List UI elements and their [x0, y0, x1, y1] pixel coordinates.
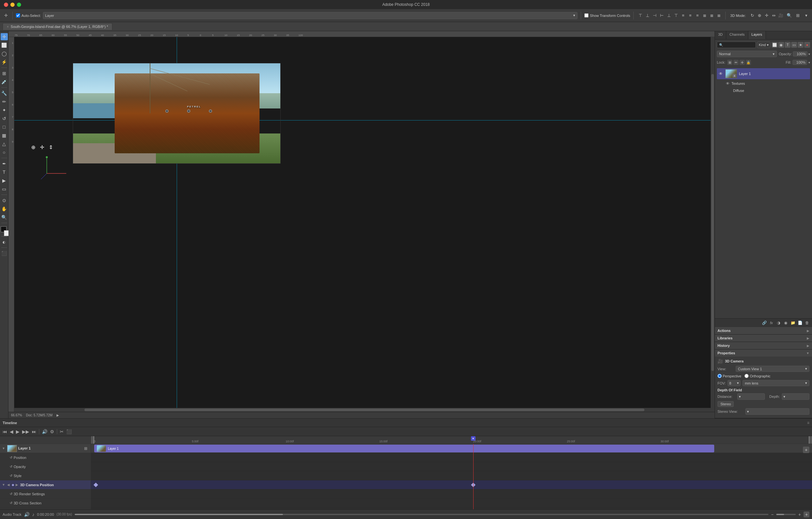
3d-zoom-icon[interactable]: 🎥 — [778, 12, 784, 19]
convert-icon[interactable]: ⬛ — [66, 429, 72, 434]
3d-camera-right-arrow[interactable]: ▶ — [16, 483, 18, 487]
position-reset-icon[interactable]: ↺ — [10, 456, 12, 459]
perspective-radio[interactable]: Perspective — [718, 374, 741, 378]
canvas-viewport[interactable]: PETREL ⊕ — [14, 37, 715, 412]
text-filter-icon[interactable]: T — [785, 42, 790, 48]
close-button[interactable] — [4, 3, 8, 7]
vertical-scrollbar[interactable] — [710, 37, 715, 408]
move-tool-icon[interactable]: ✛ — [3, 12, 9, 19]
adjustment-icon[interactable]: ◉ — [783, 320, 789, 326]
align-top-icon[interactable]: ⊤ — [637, 12, 643, 19]
split-icon[interactable]: ✂ — [60, 429, 64, 434]
history-header[interactable]: History ▶ — [715, 342, 812, 349]
shape-tool[interactable]: ▭ — [1, 185, 8, 193]
3d-orbit-icon[interactable]: ⊕ — [31, 144, 35, 150]
layer1-track-header[interactable]: ▼ Layer 1 ⊞ — [0, 444, 91, 453]
orthographic-radio-input[interactable] — [745, 374, 749, 378]
gradient-tool[interactable]: ▦ — [1, 132, 8, 139]
delete-layer-icon[interactable]: 🗑 — [804, 320, 810, 326]
3d-camera-left-arrow[interactable]: ◀ — [7, 483, 10, 487]
smart-filter-icon[interactable]: ★ — [798, 42, 804, 48]
timeline-collapse-icon[interactable]: ≡ — [807, 421, 809, 425]
lock-move-icon[interactable]: ✛ — [740, 60, 745, 65]
move-tool[interactable]: ✛ — [1, 33, 8, 40]
add-mask-icon[interactable]: ◑ — [776, 320, 781, 326]
eyedropper-tool[interactable]: 💉 — [1, 78, 8, 85]
path-select-tool[interactable]: ▶ — [1, 177, 8, 184]
audio-options-icon[interactable]: ♪ — [32, 512, 34, 517]
layer1-clip[interactable]: Layer 1 — [94, 444, 714, 453]
playhead-indicator[interactable]: ▼ — [471, 436, 475, 441]
tab-3d[interactable]: 3D — [715, 31, 726, 39]
align-right-icon[interactable]: ⊤ — [673, 12, 679, 19]
align-middle-icon[interactable]: ⊥ — [644, 12, 650, 19]
scrubber-thumb[interactable] — [75, 514, 283, 515]
fov-unit-dropdown[interactable]: mm lens ▾ — [743, 380, 809, 386]
blur-tool[interactable]: △ — [1, 140, 8, 147]
history-brush-tool[interactable]: ↺ — [1, 115, 8, 122]
expand-icon[interactable]: ▾ — [803, 12, 809, 19]
minimize-button[interactable] — [10, 3, 14, 7]
fx-icon[interactable]: fx — [768, 320, 774, 326]
layer1-expand-arrow[interactable]: ▼ — [2, 446, 5, 450]
zoom-in-icon[interactable]: + — [799, 512, 801, 517]
text-tool[interactable]: T — [1, 169, 8, 176]
textures-sublayer[interactable]: 👁 Textures — [717, 81, 810, 86]
align-bottom-icon[interactable]: ⊣ — [651, 12, 658, 19]
settings-icon[interactable]: ⚙ — [50, 429, 54, 434]
new-layer-icon[interactable]: 📄 — [797, 320, 803, 326]
fov-value-dropdown[interactable]: 8 ▾ — [728, 380, 741, 386]
keyframe-start[interactable] — [93, 483, 98, 487]
tab-layers[interactable]: Layers — [748, 31, 766, 39]
distribute-bottom-icon[interactable]: ≡ — [694, 12, 701, 19]
textures-eye-icon[interactable]: 👁 — [726, 82, 729, 85]
3d-pan-icon[interactable]: ⊕ — [756, 12, 763, 19]
horizontal-scrollbar[interactable] — [14, 408, 715, 412]
fill-value[interactable]: 100% — [792, 60, 807, 65]
scrollbar-thumb-v[interactable] — [711, 74, 714, 371]
tab-channels[interactable]: Channels — [726, 31, 748, 39]
zoom-slider-thumb[interactable] — [776, 514, 784, 515]
3d-camera-keyframe-icon[interactable]: ◆ — [12, 483, 14, 487]
auto-select-dropdown[interactable]: Layer ▾ — [43, 12, 578, 19]
play-icon[interactable]: ▶ — [16, 429, 20, 434]
work-area-start[interactable] — [91, 436, 94, 444]
maximize-button[interactable] — [17, 3, 21, 7]
layer-1-item[interactable]: 👁 3 Layer 1 — [717, 68, 810, 79]
brush-tool[interactable]: ✏ — [1, 98, 8, 105]
zoom-out-icon[interactable]: − — [771, 512, 774, 517]
3d-camera-expand-icon[interactable]: ▼ — [2, 483, 5, 487]
current-time-display[interactable]: 0:00:20:00 — [37, 513, 54, 516]
lock-checkerboard-icon[interactable]: ⊞ — [727, 60, 732, 65]
zoom-slider[interactable] — [776, 514, 796, 515]
audio-mute-icon[interactable]: 🔊 — [24, 512, 30, 517]
pixel-filter-icon[interactable]: ⬜ — [772, 42, 778, 48]
shape-filter-icon[interactable]: ▭ — [791, 42, 797, 48]
align-center-icon[interactable]: ⊥ — [666, 12, 672, 19]
crop-tool[interactable]: ⊞ — [1, 70, 8, 77]
select-rect-tool[interactable]: ⬜ — [1, 41, 8, 49]
pen-tool[interactable]: ✒ — [1, 160, 8, 167]
align-left-icon[interactable]: ⊢ — [658, 12, 665, 19]
actions-header[interactable]: Actions ▶ — [715, 327, 812, 334]
add-audio-track-button[interactable]: + — [804, 512, 809, 517]
distribute-right-icon[interactable]: ≣ — [716, 12, 722, 19]
go-end-icon[interactable]: ⏭ — [32, 429, 36, 434]
zoom-tool[interactable]: 🔍 — [1, 214, 8, 221]
transform-controls-checkbox[interactable] — [584, 13, 588, 18]
heal-tool[interactable]: 🔧 — [1, 90, 8, 97]
perspective-radio-input[interactable] — [718, 374, 722, 378]
3d-cross-reset-icon[interactable]: ↺ — [10, 501, 12, 505]
color-swatches[interactable] — [1, 226, 8, 234]
3d-render-reset-icon[interactable]: ↺ — [10, 492, 12, 496]
work-area-end[interactable] — [809, 436, 812, 444]
document-tab[interactable]: × South-Georgia-Island-Final.dae @ 66.7%… — [3, 23, 112, 30]
new-group-icon[interactable]: 📁 — [790, 320, 796, 326]
opacity-value[interactable]: 100% — [793, 51, 808, 57]
opacity-chevron-icon[interactable]: ▾ — [808, 52, 810, 56]
blend-mode-dropdown[interactable]: Normal ▾ — [717, 51, 777, 57]
distribute-center-icon[interactable]: ≣ — [708, 12, 715, 19]
libraries-header[interactable]: Libraries ▶ — [715, 335, 812, 342]
tab-close-icon[interactable]: × — [7, 25, 9, 29]
search-icon[interactable]: 🔍 — [786, 12, 792, 19]
